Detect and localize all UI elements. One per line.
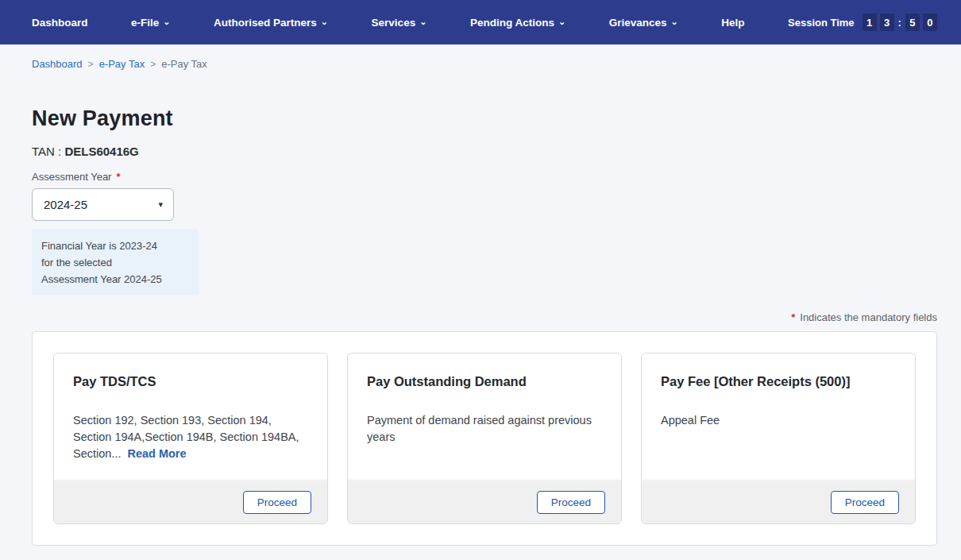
required-asterisk: *	[791, 311, 795, 323]
chevron-down-icon: ⌄	[163, 17, 170, 27]
caret-down-icon: ▾	[158, 199, 163, 210]
nav-item-label: Services	[372, 17, 416, 29]
navbar-inner: Dashboard e-File ⌄ Authorised Partners ⌄…	[32, 14, 937, 31]
chevron-down-icon: ⌄	[419, 17, 426, 27]
assessment-year-select[interactable]: 2024-25 ▾	[32, 188, 174, 221]
info-line: Assessment Year 2024-25	[41, 271, 189, 288]
assessment-year-selected-value: 2024-25	[44, 198, 87, 211]
card-title: Pay TDS/TCS	[73, 374, 308, 389]
nav-item-label: Dashboard	[32, 17, 88, 29]
breadcrumb-link-epay-tax[interactable]: e-Pay Tax	[99, 58, 145, 70]
card-footer: Proceed	[642, 481, 915, 523]
mandatory-fields-note: *Indicates the mandatory fields	[0, 311, 937, 323]
required-asterisk: *	[116, 171, 120, 183]
nav-item-label: e-File	[131, 17, 159, 29]
session-timer: Session Time 1 3 : 5 0	[788, 14, 937, 31]
session-digit: 1	[863, 14, 877, 31]
read-more-link[interactable]: Read More	[127, 447, 186, 460]
card-title: Pay Outstanding Demand	[367, 374, 602, 389]
card-pay-outstanding-demand: Pay Outstanding Demand Payment of demand…	[347, 353, 622, 524]
nav-item-dashboard[interactable]: Dashboard	[32, 17, 88, 29]
card-description-text: Appeal Fee	[661, 414, 720, 427]
session-colon: :	[898, 17, 901, 29]
assessment-year-label-text: Assessment Year	[32, 171, 111, 183]
card-description: Appeal Fee	[661, 412, 896, 429]
assessment-year-label: Assessment Year *	[32, 171, 961, 183]
breadcrumb-separator-icon: >	[150, 59, 156, 70]
card-description: Payment of demand raised against previou…	[367, 412, 602, 446]
page-title: New Payment	[32, 106, 961, 131]
card-title: Pay Fee [Other Receipts (500)]	[661, 374, 896, 389]
breadcrumb: Dashboard > e-Pay Tax > e-Pay Tax	[32, 58, 961, 70]
nav-item-pending-actions[interactable]: Pending Actions ⌄	[470, 17, 565, 29]
nav-item-label: Grievances	[609, 17, 667, 29]
nav-item-label: Authorised Partners	[214, 17, 317, 29]
chevron-down-icon: ⌄	[558, 17, 565, 27]
card-body: Pay TDS/TCS Section 192, Section 193, Se…	[54, 353, 327, 481]
proceed-button-appeal-fee[interactable]: Proceed	[831, 491, 899, 514]
card-footer: Proceed	[348, 481, 621, 523]
payment-options-panel: Pay TDS/TCS Section 192, Section 193, Se…	[32, 331, 937, 546]
chevron-down-icon: ⌄	[670, 17, 677, 27]
nav-item-authorised-partners[interactable]: Authorised Partners ⌄	[214, 17, 328, 29]
nav-item-grievances[interactable]: Grievances ⌄	[609, 17, 678, 29]
card-description: Section 192, Section 193, Section 194, S…	[73, 412, 308, 462]
card-pay-tds-tcs: Pay TDS/TCS Section 192, Section 193, Se…	[53, 353, 328, 524]
card-body: Pay Fee [Other Receipts (500)] Appeal Fe…	[642, 353, 915, 481]
breadcrumb-current: e-Pay Tax	[161, 58, 207, 70]
breadcrumb-link-dashboard[interactable]: Dashboard	[32, 58, 83, 70]
financial-year-info-box: Financial Year is 2023-24 for the select…	[32, 230, 199, 295]
card-body: Pay Outstanding Demand Payment of demand…	[348, 353, 621, 481]
top-navbar: Dashboard e-File ⌄ Authorised Partners ⌄…	[0, 0, 961, 44]
session-digit: 0	[923, 14, 937, 31]
card-description-text: Payment of demand raised against previou…	[367, 414, 592, 443]
mandatory-fields-note-text: Indicates the mandatory fields	[800, 311, 937, 323]
card-pay-fee-other-receipts: Pay Fee [Other Receipts (500)] Appeal Fe…	[641, 353, 916, 524]
tan-line: TAN : DELS60416G	[32, 145, 961, 158]
nav-item-efile[interactable]: e-File ⌄	[131, 17, 170, 29]
proceed-button-outstanding-demand[interactable]: Proceed	[537, 491, 605, 514]
breadcrumb-separator-icon: >	[88, 59, 94, 70]
card-footer: Proceed	[54, 481, 327, 523]
nav-item-services[interactable]: Services ⌄	[372, 17, 427, 29]
info-line: for the selected	[41, 254, 189, 271]
nav-item-help[interactable]: Help	[721, 17, 744, 29]
proceed-button-tds-tcs[interactable]: Proceed	[243, 491, 311, 514]
nav-item-label: Pending Actions	[470, 17, 554, 29]
tan-value: DELS60416G	[64, 145, 138, 158]
nav-item-label: Help	[721, 17, 744, 29]
session-digit: 5	[905, 14, 920, 31]
session-digit: 3	[880, 14, 894, 31]
chevron-down-icon: ⌄	[321, 17, 328, 27]
session-timer-label: Session Time	[788, 17, 855, 29]
payment-options-grid: Pay TDS/TCS Section 192, Section 193, Se…	[53, 353, 916, 524]
tan-label: TAN :	[32, 145, 61, 158]
info-line: Financial Year is 2023-24	[41, 238, 189, 254]
